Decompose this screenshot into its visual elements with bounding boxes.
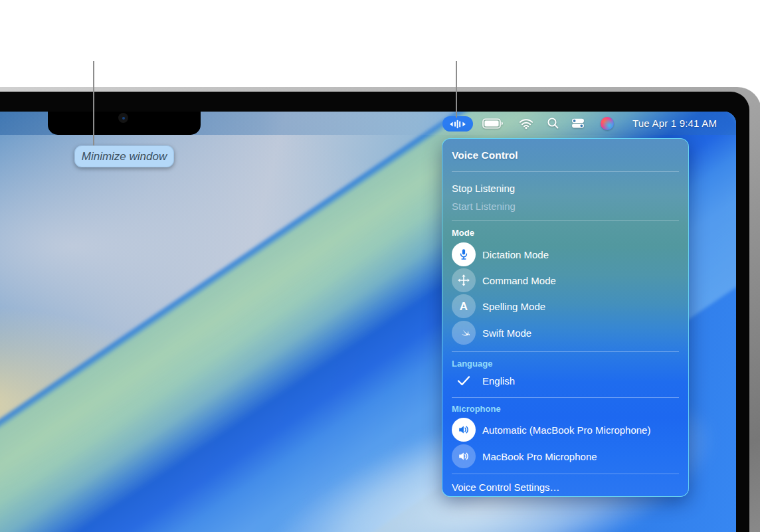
checkmark-icon — [452, 375, 476, 387]
menu-item-dictation-mode[interactable]: Dictation Mode — [452, 242, 549, 266]
menu-item-voice-control-settings[interactable]: Voice Control Settings… — [452, 482, 679, 493]
voice-control-menu: Voice Control Stop Listening Start Liste… — [442, 138, 689, 497]
speaker-icon — [452, 418, 476, 442]
menu-title: Voice Control — [452, 149, 518, 161]
menu-item-command-mode[interactable]: Command Mode — [452, 268, 556, 292]
control-center-icon[interactable] — [571, 118, 585, 128]
menu-bar: Tue Apr 1 9:41 AM — [0, 112, 736, 135]
menu-item-microphone-automatic[interactable]: Automatic (MacBook Pro Microphone) — [452, 418, 650, 442]
menu-divider — [452, 220, 679, 221]
speaker-icon — [452, 444, 476, 468]
menu-divider — [452, 171, 679, 172]
menu-bar-clock[interactable]: Tue Apr 1 9:41 AM — [632, 112, 717, 135]
menu-item-label: Dictation Mode — [482, 249, 549, 260]
documentation-figure: Tue Apr 1 9:41 AM Minimize window Voice … — [0, 0, 760, 532]
siri-icon[interactable] — [601, 117, 614, 130]
menu-divider — [452, 351, 679, 352]
voice-control-waveform-icon — [449, 120, 466, 129]
menu-item-microphone-macbook-pro[interactable]: MacBook Pro Microphone — [452, 444, 597, 468]
minimize-window-tooltip-label: Minimize window — [82, 150, 167, 163]
display: Tue Apr 1 9:41 AM Minimize window Voice … — [0, 112, 736, 532]
move-arrows-icon — [452, 268, 476, 292]
menu-item-language-english[interactable]: English — [452, 375, 515, 387]
menu-item-spelling-mode[interactable]: A Spelling Mode — [452, 294, 545, 318]
letter-a-icon: A — [452, 294, 476, 318]
spotlight-search-icon[interactable] — [547, 117, 559, 130]
menu-item-stop-listening[interactable]: Stop Listening — [452, 183, 679, 194]
facetime-camera — [118, 113, 128, 123]
section-header-mode: Mode — [452, 228, 474, 238]
menu-item-label: Swift Mode — [482, 327, 531, 339]
letter-a-glyph: A — [460, 301, 468, 312]
battery-icon[interactable] — [482, 118, 504, 129]
menu-item-label: Automatic (MacBook Pro Microphone) — [482, 424, 650, 436]
siri-orb — [601, 117, 614, 130]
menu-item-label: Spelling Mode — [482, 301, 545, 312]
notch — [48, 112, 201, 135]
callout-line-voice-control — [456, 61, 457, 118]
microphone-icon — [452, 242, 476, 266]
callout-line-minimize — [93, 61, 94, 145]
wifi-icon[interactable] — [519, 118, 533, 130]
minimize-window-tooltip: Minimize window — [74, 145, 174, 167]
menu-item-label: MacBook Pro Microphone — [482, 451, 597, 462]
menu-divider — [452, 474, 679, 474]
menu-item-label: Command Mode — [482, 275, 556, 286]
menu-item-label: English — [482, 375, 515, 387]
menu-item-swift-mode[interactable]: Swift Mode — [452, 321, 531, 345]
menu-item-start-listening: Start Listening — [452, 201, 679, 212]
section-header-language: Language — [452, 359, 492, 369]
menu-divider — [452, 397, 679, 398]
section-header-microphone: Microphone — [452, 404, 501, 414]
swift-bird-icon — [452, 321, 476, 345]
voice-control-status-item[interactable] — [442, 116, 473, 132]
